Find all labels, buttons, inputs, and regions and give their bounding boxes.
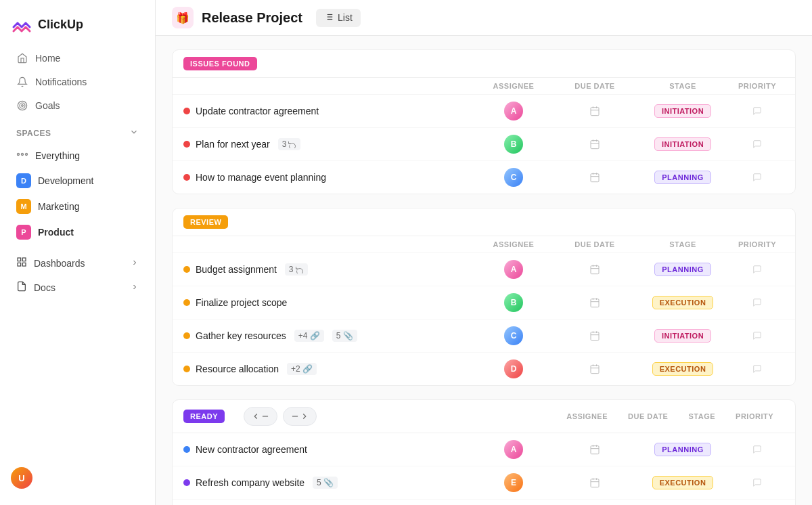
table-row[interactable]: Resource allocation +2 🔗 D EXECUTION [173, 353, 795, 385]
table-row[interactable]: Update contractor agreement A INITIATION [173, 95, 795, 128]
task-bullet [183, 332, 190, 339]
svg-point-1 [20, 103, 25, 108]
stage-badge: PLANNING [654, 171, 710, 184]
sidebar-item-marketing-label: Marketing [38, 201, 79, 212]
task-name: Resource allocation [196, 364, 279, 374]
task-attachments-badge: 5 📎 [313, 477, 338, 489]
table-row[interactable]: New contractor agreement A PLANNING [173, 433, 795, 466]
list-view-tab[interactable]: List [316, 9, 361, 27]
user-avatar: U [11, 467, 32, 489]
home-icon [16, 52, 28, 64]
nav-goals[interactable]: Goals [5, 94, 150, 117]
development-dot: D [16, 173, 31, 188]
svg-rect-28 [591, 266, 599, 274]
group-header-issues: ISSUES FOUND [173, 50, 795, 78]
nav-notifications[interactable]: Notifications [5, 70, 150, 93]
nav-goals-label: Goals [35, 100, 60, 111]
sidebar-bottom-sections: Dashboards Docs [0, 250, 155, 300]
group-badge-ready: READY [183, 410, 225, 423]
sidebar-item-marketing[interactable]: M Marketing [5, 194, 150, 219]
due-date-cell [554, 477, 635, 488]
sidebar-item-dashboards[interactable]: Dashboards [5, 251, 150, 275]
task-attachments-badge: 5 📎 [332, 330, 357, 342]
sidebar-item-development[interactable]: D Development [5, 169, 150, 193]
svg-rect-9 [22, 263, 26, 266]
col-priority-0: PRIORITY [730, 82, 784, 90]
product-dot: P [16, 225, 31, 240]
clickup-logo-icon [11, 14, 32, 35]
svg-point-5 [26, 154, 28, 156]
list-view-icon [324, 12, 334, 24]
priority-cell [730, 298, 784, 307]
toolbar-btn-1[interactable] [244, 407, 277, 426]
user-avatar-area[interactable]: U [0, 459, 155, 497]
nav-home[interactable]: Home [5, 47, 150, 70]
task-name: Finalize project scope [196, 297, 287, 308]
toolbar-btn-2[interactable] [283, 407, 317, 426]
due-date-cell [554, 106, 635, 116]
priority-cell [730, 445, 784, 454]
due-date-cell [554, 139, 635, 150]
dashboards-icon [16, 257, 27, 269]
svg-rect-50 [591, 479, 599, 487]
task-bullet [183, 479, 190, 486]
sidebar-item-everything[interactable]: Everything [5, 144, 150, 167]
col-assignee-2: ASSIGNEE [566, 412, 608, 420]
task-name: Budget assignment [196, 264, 277, 275]
top-bar: 🎁 Release Project List [156, 0, 812, 36]
table-row[interactable]: Budget assignment 3 A PLANNING [173, 253, 795, 286]
svg-rect-6 [18, 258, 21, 261]
ready-toolbar [244, 407, 317, 426]
goals-icon [16, 100, 28, 112]
task-bullet [183, 141, 190, 148]
col-headers-review: ASSIGNEE DUE DATE STAGE PRIORITY [173, 236, 795, 253]
avatar: C [504, 168, 523, 187]
table-row[interactable]: How to manage event planning C PLANNING [173, 161, 795, 194]
svg-rect-24 [591, 174, 599, 182]
spaces-collapse-icon[interactable] [129, 127, 139, 139]
table-row[interactable]: Update key objectives 5 📎 A EXECUTION [173, 500, 795, 505]
task-bullet [183, 266, 190, 273]
table-row[interactable]: Refresh company website 5 📎 E EXECUTION [173, 466, 795, 500]
group-header-ready: READY ASSIGNEE DUE DATE [173, 400, 795, 433]
nav-notifications-label: Notifications [35, 76, 87, 87]
sidebar-item-development-label: Development [38, 175, 94, 186]
content-area: ISSUES FOUND ASSIGNEE DUE DATE STAGE PRI… [156, 36, 812, 505]
priority-cell [730, 478, 784, 487]
avatar: B [504, 135, 523, 154]
sidebar-item-product[interactable]: P Product [5, 220, 150, 244]
docs-chevron [131, 282, 139, 293]
dashboards-chevron [131, 258, 139, 269]
avatar: D [504, 359, 523, 378]
task-name: Update contractor agreement [196, 106, 319, 116]
task-bullet [183, 366, 190, 372]
due-date-cell [554, 330, 635, 341]
nav-home-label: Home [35, 53, 60, 64]
avatar: C [504, 326, 523, 345]
sidebar: ClickUp Home Notifications Goals Spaces [0, 0, 156, 505]
col-priority-1: PRIORITY [730, 240, 784, 248]
task-name: Plan for next year [196, 139, 270, 150]
sidebar-item-docs[interactable]: Docs [5, 276, 150, 299]
task-bullet [183, 299, 190, 306]
group-header-review: REVIEW [173, 208, 795, 236]
table-row[interactable]: Gather key resources +4 🔗 5 📎 C INITIATI… [173, 320, 795, 353]
logo-area[interactable]: ClickUp [0, 8, 155, 46]
svg-point-2 [22, 105, 24, 107]
marketing-dot: M [16, 199, 31, 214]
table-row[interactable]: Finalize project scope B EXECUTION [173, 286, 795, 320]
col-assignee-1: ASSIGNEE [473, 240, 554, 248]
table-row[interactable]: Plan for next year 3 B INITIATION [173, 128, 795, 161]
group-badge-review: REVIEW [183, 215, 228, 229]
due-date-cell [554, 297, 635, 308]
task-name: How to manage event planning [196, 172, 326, 183]
task-name: New contractor agreement [196, 444, 307, 455]
task-name: Gather key resources [196, 330, 286, 341]
main-nav: Home Notifications Goals [0, 46, 155, 118]
stage-badge: EXECUTION [652, 296, 714, 309]
stage-badge: PLANNING [654, 443, 710, 456]
task-bullet [183, 108, 190, 114]
col-stage-2: STAGE [688, 412, 715, 420]
col-priority-2: PRIORITY [736, 412, 773, 420]
col-stage-1: STAGE [635, 240, 730, 248]
